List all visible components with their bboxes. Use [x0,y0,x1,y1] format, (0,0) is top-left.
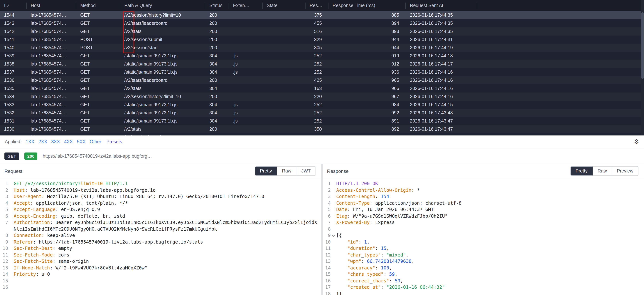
table-cell: /v2/stats [120,127,205,132]
response-tab-raw[interactable]: Raw [592,167,612,175]
column-header[interactable]: Response Time (ms) [328,3,406,9]
table-cell: 252 [306,110,328,116]
table-row[interactable]: 1534lab-176854574…GET/v2/session/history… [0,93,644,101]
line-number: 12 [322,251,331,258]
table-cell: GET [76,94,120,99]
table-cell: 252 [306,62,328,67]
table-cell: 984 [328,102,406,107]
scrollbar-thumb[interactable] [642,12,644,79]
table-row[interactable]: 1541lab-176854574…POST/v2/session/submit… [0,36,644,44]
table-cell: GET [76,127,120,132]
column-header[interactable]: Method [76,3,120,9]
table-cell: /static/js/main.99173f1b.js [120,62,205,67]
table-row[interactable]: 1544lab-176854574…GET/v2/session/history… [0,11,644,19]
table-cell: 200 [205,94,229,99]
column-header[interactable]: State [263,3,306,9]
response-code-view[interactable]: 1HTTP/1.1 200 OK2Access-Control-Allow-Or… [322,178,644,295]
code-line: 1HTTP/1.1 200 OK [322,180,644,187]
response-tab-pretty[interactable]: Pretty [571,167,592,175]
table-row[interactable]: 1536lab-176854574…GET/v2/stats/leaderboa… [0,76,644,84]
response-tab-preview[interactable]: Preview [612,167,638,175]
code-line: 15 "chars_typed": 59, [322,271,644,277]
table-cell: 876 [328,135,406,135]
code-line: 10Sec-Fetch-Dest: empty [0,245,322,251]
code-line: 12 "char_types": "mixed", [322,251,644,258]
status-filter-other[interactable]: Other [90,139,101,144]
table-cell: GET [76,62,120,67]
table-cell: 200 [205,29,229,34]
table-row[interactable]: 1531lab-176854574…GET/static/js/main.991… [0,117,644,125]
table-cell: lab-176854574… [27,127,76,132]
column-header-filler [477,3,644,9]
table-cell: 350 [306,127,328,132]
response-panel-header: Response PrettyRawPreview [322,164,644,178]
request-tab-jwt[interactable]: JWT [296,167,316,175]
column-header[interactable]: Res… [306,3,328,9]
request-tab-raw[interactable]: Raw [277,167,296,175]
table-row[interactable]: 1529lab-176854574…POST/v2/session/submit… [0,133,644,135]
table-row[interactable]: 1540lab-176854574…POST/v2/session/start2… [0,44,644,52]
line-number: 8 [0,232,8,238]
table-row[interactable]: 1538lab-176854574…GET/static/js/main.991… [0,60,644,68]
status-filter-4xx[interactable]: 4XX [64,139,73,144]
table-cell: 1529 [0,135,27,135]
column-header[interactable]: ID [0,3,27,9]
code-line: 17 "created_at": "2026-01-16 06:44:32" [322,284,644,290]
table-cell: 1538 [0,62,27,67]
table-cell: GET [76,102,120,107]
table-cell: 1535 [0,86,27,91]
table-cell: 1531 [0,118,27,124]
table-cell: POST [76,135,120,135]
status-filter-5xx[interactable]: 5XX [77,139,86,144]
status-filter-2xx[interactable]: 2XX [38,139,47,144]
column-header[interactable]: Path & Query [120,3,205,9]
code-line: 12Sec-Fetch-Site: same-origin [0,258,322,264]
table-cell: 894 [328,21,406,26]
table-cell: lab-176854574… [27,94,76,99]
code-line: 14 "accuracy": 100, [322,264,644,271]
request-code-view[interactable]: 1GET /v2/session/history?limit=10 HTTP/1… [0,178,322,295]
code-line: 15 [0,277,322,284]
table-row[interactable]: 1530lab-176854574…GET/v2/stats2003508922… [0,125,644,133]
table-cell: GET [76,53,120,59]
table-cell: GET [76,118,120,124]
line-number: 3 [322,193,331,200]
table-cell: 1540 [0,45,27,50]
column-header[interactable]: Request Sent At [406,3,477,9]
table-row[interactable]: 1542lab-176854574…GET/v2/stats2005168932… [0,27,644,36]
table-cell: 2026-01-16 17:43:48 [406,110,477,116]
table-cell: GET [76,70,120,75]
column-header[interactable]: Status [205,3,229,9]
table-cell: 2026-01-16 17:44:17 [406,62,477,67]
presets-link[interactable]: Presets [106,139,122,144]
table-row[interactable]: 1543lab-176854574…GET/v2/stats/leaderboa… [0,19,644,27]
line-number: 5 [322,206,331,213]
status-filter-3xx[interactable]: 3XX [51,139,60,144]
table-cell: GET [76,78,120,83]
code-line: 9[{ [322,232,644,238]
filter-bar: Applied: 1XX2XX3XX4XX5XXOther Presets ⚙ [0,135,644,148]
table-row[interactable]: 1533lab-176854574…GET/static/js/main.991… [0,101,644,109]
method-badge: GET [4,152,19,160]
table-row[interactable]: 1535lab-176854574…GET/v2/stats3041639662… [0,84,644,93]
table-row[interactable]: 1539lab-176854574…GET/static/js/main.991… [0,52,644,60]
fold-chevron-down-icon[interactable] [332,233,335,237]
table-cell: 304 [205,70,229,75]
code-line: 3User-Agent: Mozilla/5.0 (X11; Ubuntu; L… [0,193,322,200]
table-cell: 967 [328,94,406,99]
column-header[interactable]: Exten… [229,3,263,9]
table-row[interactable]: 1532lab-176854574…GET/static/js/main.991… [0,109,644,117]
settings-gear-icon[interactable]: ⚙ [634,139,639,145]
table-cell: GET [76,110,120,116]
column-header[interactable]: Host [27,3,76,9]
table-cell: lab-176854574… [27,118,76,124]
request-panel-header: Request PrettyRawJWT [0,164,322,178]
request-tab-pretty[interactable]: Pretty [255,167,277,175]
table-scrollbar[interactable] [641,0,644,135]
table-cell: POST [76,45,120,50]
status-filter-1xx[interactable]: 1XX [26,139,34,144]
table-cell: 1544 [0,13,27,18]
table-row[interactable]: 1537lab-176854574…GET/static/js/main.991… [0,68,644,76]
code-line: 9Referer: https://lab-1768545740019-tzvi… [0,238,322,245]
requests-table: IDHostMethodPath & QueryStatusExten…Stat… [0,0,644,135]
